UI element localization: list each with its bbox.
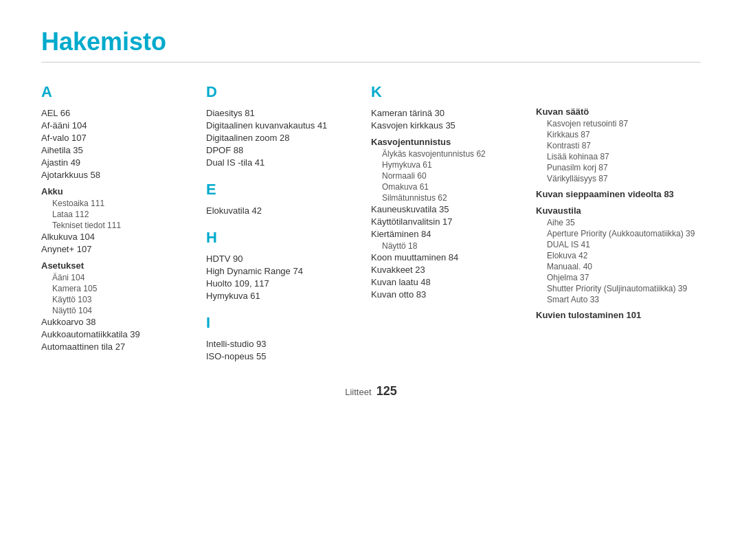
footer-prefix: Liitteet	[345, 387, 371, 397]
index-grid: AAEL 66Af-ääni 104Af-valo 107Aihetila 35…	[41, 83, 701, 363]
index-entry: Hymykuva 61	[206, 291, 357, 301]
index-entry: Anynet+ 107	[41, 244, 192, 254]
index-entry: Kuvan otto 83	[371, 289, 522, 300]
footer: Liitteet 125	[41, 384, 701, 399]
index-entry: Diaesitys 81	[206, 108, 357, 118]
page-title: Hakemisto	[41, 27, 701, 56]
index-entry: Kasvojentunnistus	[371, 137, 522, 147]
index-entry: Lisää kohinaa 87	[547, 152, 742, 161]
index-entry: Kuvan laatu 48	[371, 277, 522, 287]
index-entry: Kameran tärinä 30	[371, 108, 522, 118]
index-entry: DPOF 88	[206, 145, 357, 155]
footer-page: 125	[376, 384, 397, 398]
index-entry: Elokuvatila 42	[206, 205, 357, 216]
column-1: DDiaesitys 81Digitaalinen kuvanvakautus …	[206, 83, 357, 363]
index-entry: Huolto 109, 117	[206, 278, 357, 289]
index-entry: Näyttö 104	[52, 306, 192, 315]
section-letter-D: D	[206, 83, 357, 101]
index-entry: Automaattinen tila 27	[41, 341, 192, 352]
index-entry: Kauneuskuvatila 35	[371, 204, 522, 214]
index-entry: Normaali 60	[382, 171, 522, 181]
index-entry: ISO-nopeus 55	[206, 351, 357, 361]
index-entry: Ääni 104	[52, 273, 192, 282]
index-entry: Kamera 105	[52, 284, 192, 293]
section-letter-E: E	[206, 181, 357, 199]
index-entry: Punasilm korj 87	[547, 163, 742, 172]
index-entry: Kiertäminen 84	[371, 229, 522, 239]
index-entry: Näyttö 18	[382, 241, 522, 251]
index-entry: Af-ääni 104	[41, 120, 192, 131]
index-entry: Silmätunnistus 62	[382, 193, 522, 203]
index-entry: Smart Auto 33	[547, 295, 742, 304]
column-3: Kuvan säätöKasvojen retusointi 87Kirkkau…	[536, 83, 742, 322]
section-letter-I: I	[206, 314, 357, 332]
title-divider	[41, 62, 701, 63]
index-entry: Intelli-studio 93	[206, 339, 357, 349]
index-entry: Kuvien tulostaminen 101	[536, 310, 742, 320]
index-entry: Kontrasti 87	[547, 141, 742, 150]
index-entry: Asetukset	[41, 260, 192, 271]
index-entry: Koon muuttaminen 84	[371, 252, 522, 262]
index-entry: Omakuva 61	[382, 182, 522, 192]
index-entry: Digitaalinen zoom 28	[206, 133, 357, 143]
index-entry: Af-valo 107	[41, 133, 192, 143]
index-entry: Elokuva 42	[547, 251, 742, 260]
index-entry: Lataa 112	[52, 210, 192, 219]
index-entry: Alkukuva 104	[41, 232, 192, 242]
index-entry: Käyttö 103	[52, 295, 192, 304]
index-entry: Kuvaustila	[536, 205, 742, 216]
index-entry: Käyttötilanvalitsin 17	[371, 216, 522, 227]
index-entry: HDTV 90	[206, 254, 357, 264]
index-entry: Digitaalinen kuvanvakautus 41	[206, 120, 357, 131]
index-entry: Akku	[41, 186, 192, 197]
index-entry: AEL 66	[41, 108, 192, 118]
index-entry: High Dynamic Range 74	[206, 266, 357, 276]
index-entry: Aihetila 35	[41, 145, 192, 155]
index-entry: Manuaal. 40	[547, 262, 742, 271]
section-letter-K: K	[371, 83, 522, 101]
index-entry: Aukkoarvo 38	[41, 317, 192, 327]
index-entry: Kestoaika 111	[52, 199, 192, 208]
index-entry: Ajastin 49	[41, 157, 192, 168]
index-entry: Älykäs kasvojentunnistus 62	[382, 149, 522, 159]
index-entry: Kasvojen retusointi 87	[547, 119, 742, 128]
index-entry: Hymykuva 61	[382, 160, 522, 170]
index-entry: Aihe 35	[547, 218, 742, 227]
column-0: AAEL 66Af-ääni 104Af-valo 107Aihetila 35…	[41, 83, 192, 354]
section-letter-A: A	[41, 83, 192, 101]
index-entry: Värikylläisyys 87	[547, 174, 742, 183]
column-2: KKameran tärinä 30Kasvojen kirkkaus 35Ka…	[371, 83, 522, 302]
index-entry: Kirkkaus 87	[547, 130, 742, 139]
index-entry: Aukkoautomatiikkatila 39	[41, 329, 192, 339]
index-entry: Kuvan sieppaaminen videolta 83	[536, 189, 742, 199]
index-entry: Dual IS -tila 41	[206, 157, 357, 168]
index-entry: Ajotarkkuus 58	[41, 170, 192, 180]
index-entry: Kasvojen kirkkaus 35	[371, 120, 522, 131]
index-entry: Kuvakkeet 23	[371, 265, 522, 275]
index-entry: Tekniset tiedot 111	[52, 221, 192, 230]
index-entry: DUAL IS 41	[547, 240, 742, 249]
index-entry: Aperture Priority (Aukkoautomatiikka) 39	[547, 229, 742, 238]
index-entry: Shutter Priority (Suljinautomatiikka) 39	[547, 284, 742, 293]
index-entry: Ohjelma 37	[547, 273, 742, 282]
index-entry: Kuvan säätö	[536, 107, 742, 117]
section-letter-H: H	[206, 229, 357, 247]
